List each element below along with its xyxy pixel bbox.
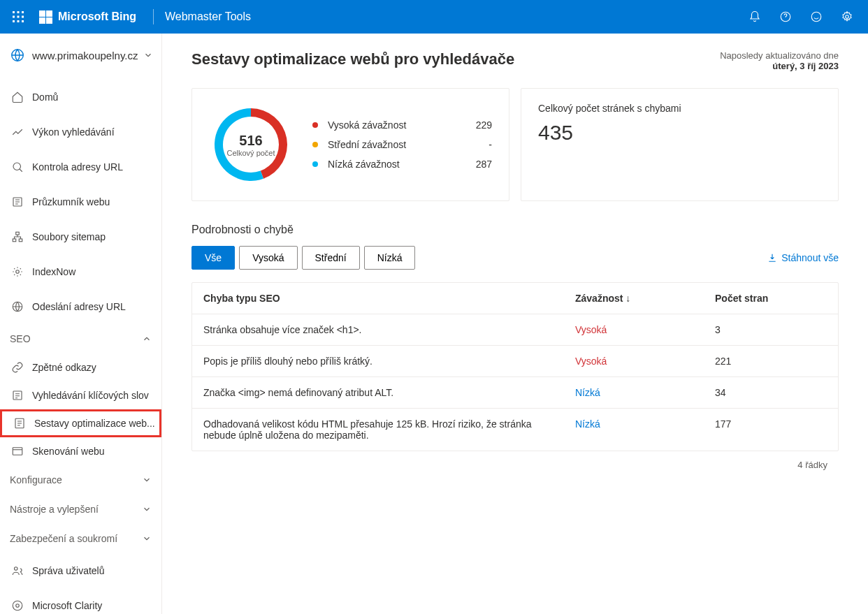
url-submit-icon xyxy=(10,300,25,313)
keyword-research-icon xyxy=(10,389,25,402)
nav-item-keyword-research[interactable]: Vyhledávání klíčových slov xyxy=(0,381,161,409)
svg-point-13 xyxy=(13,163,21,170)
site-picker[interactable]: www.primakoupelny.cz xyxy=(0,34,161,80)
table-row[interactable]: Stránka obsahuje více značek <h1>. Vysok… xyxy=(192,314,838,346)
svg-rect-22 xyxy=(13,448,22,455)
chevron-down-icon xyxy=(143,50,153,60)
table-row-count: 4 řádky xyxy=(191,451,839,478)
severity-donut-chart: 516 Celkový počet xyxy=(209,103,293,187)
summary-card: 516 Celkový počet Vysoká závažnost229 St… xyxy=(191,88,509,201)
divider xyxy=(153,9,154,24)
svg-point-25 xyxy=(16,604,20,608)
nav-item-seo-reports[interactable]: Sestavy optimalizace web... xyxy=(0,409,161,437)
legend-high: Vysoká závažnost229 xyxy=(312,115,492,135)
error-details-title: Podrobnosti o chybě xyxy=(191,224,839,236)
filter-Vysoká[interactable]: Vysoká xyxy=(239,246,297,270)
table-row[interactable]: Odhadovaná velikost kódu HTML přesahuje … xyxy=(192,409,838,451)
col-header-severity[interactable]: Závažnost ↓ xyxy=(575,293,715,304)
user-mgmt-icon xyxy=(10,564,25,577)
legend-medium: Střední závažnost- xyxy=(312,135,492,154)
nav-group-seo[interactable]: SEO xyxy=(0,324,161,353)
home-icon xyxy=(10,91,25,103)
pages-with-errors-count: 435 xyxy=(538,121,821,145)
url-inspect-icon xyxy=(10,161,25,173)
svg-rect-15 xyxy=(16,232,20,235)
top-bar: Microsoft Bing Webmaster Tools xyxy=(0,0,868,34)
nav-item-site-explorer[interactable]: Průzkumník webu xyxy=(0,184,161,219)
svg-rect-4 xyxy=(17,16,20,18)
help-icon[interactable] xyxy=(770,0,801,34)
nav-item-backlinks[interactable]: Zpětné odkazy xyxy=(0,353,161,381)
svg-rect-0 xyxy=(13,11,15,13)
svg-rect-6 xyxy=(13,20,15,22)
svg-rect-16 xyxy=(13,239,16,242)
brand-text: Microsoft Bing xyxy=(58,10,136,23)
nav-group-config[interactable]: Konfigurace xyxy=(0,465,161,495)
svg-point-24 xyxy=(13,601,22,611)
product-name[interactable]: Webmaster Tools xyxy=(165,10,251,23)
nav-item-search-perf[interactable]: Výkon vyhledávání xyxy=(0,115,161,149)
table-header: Chyba typu SEO Závažnost ↓ Počet stran xyxy=(192,283,838,314)
brand-logo[interactable]: Microsoft Bing xyxy=(34,10,142,24)
svg-rect-8 xyxy=(22,20,24,22)
table-row[interactable]: Značka <img> nemá definovaný atribut ALT… xyxy=(192,377,838,409)
nav-group-tools[interactable]: Nástroje a vylepšení xyxy=(0,495,161,524)
nav-item-home[interactable]: Domů xyxy=(0,80,161,115)
indexnow-icon xyxy=(10,265,25,278)
chevron-down-icon xyxy=(142,475,152,485)
nav-item-sitemaps[interactable]: Soubory sitemap xyxy=(0,219,161,254)
globe-icon xyxy=(10,47,25,63)
col-header-error[interactable]: Chyba typu SEO xyxy=(203,293,575,304)
clarity-icon xyxy=(10,599,25,612)
svg-rect-1 xyxy=(17,11,20,13)
nav-item-clarity[interactable]: Microsoft Clarity xyxy=(0,588,161,614)
severity-legend: Vysoká závažnost229 Střední závažnost- N… xyxy=(312,115,492,174)
filter-Střední[interactable]: Střední xyxy=(302,246,360,270)
nav-item-site-scan[interactable]: Skenování webu xyxy=(0,437,161,465)
backlinks-icon xyxy=(10,361,25,374)
app-launcher-icon[interactable] xyxy=(6,4,31,29)
main-content: Sestavy optimalizace webů pro vyhledávač… xyxy=(162,34,868,614)
site-scan-icon xyxy=(10,445,25,458)
seo-reports-icon xyxy=(12,417,27,430)
nav-item-indexnow[interactable]: IndexNow xyxy=(0,254,161,289)
pages-with-errors-card: Celkový počet stránek s chybami 435 xyxy=(521,88,839,201)
microsoft-logo-icon xyxy=(39,10,52,24)
page-title: Sestavy optimalizace webů pro vyhledávač… xyxy=(191,50,514,68)
sort-down-icon: ↓ xyxy=(625,293,630,304)
download-all-button[interactable]: Stáhnout vše xyxy=(767,252,839,263)
nav-group-security[interactable]: Zabezpečení a soukromí xyxy=(0,524,161,553)
chevron-down-icon xyxy=(142,534,152,543)
svg-rect-5 xyxy=(22,16,24,18)
sidebar: www.primakoupelny.cz Domů Výkon vyhledáv… xyxy=(0,34,162,614)
feedback-icon[interactable] xyxy=(801,0,832,34)
svg-rect-17 xyxy=(19,239,22,242)
download-icon xyxy=(767,253,777,263)
svg-point-11 xyxy=(846,15,849,19)
error-table: Chyba typu SEO Závažnost ↓ Počet stran S… xyxy=(191,282,839,451)
col-header-count[interactable]: Počet stran xyxy=(715,293,827,304)
total-errors: 516 xyxy=(239,133,262,149)
svg-point-18 xyxy=(16,270,20,274)
chevron-down-icon xyxy=(142,504,152,514)
legend-low: Nízká závažnost287 xyxy=(312,154,492,174)
search-perf-icon xyxy=(10,126,25,138)
nav-item-url-inspect[interactable]: Kontrola adresy URL xyxy=(0,149,161,184)
chevron-up-icon xyxy=(142,334,152,344)
filter-Vše[interactable]: Vše xyxy=(191,246,235,270)
dot-icon xyxy=(312,161,318,167)
nav-item-url-submit[interactable]: Odeslání adresy URL xyxy=(0,289,161,324)
last-updated: Naposledy aktualizováno dne úterý, 3 říj… xyxy=(720,50,839,71)
site-explorer-icon xyxy=(10,196,25,208)
notifications-icon[interactable] xyxy=(739,0,770,34)
severity-filter: VšeVysokáStředníNízká xyxy=(191,246,419,270)
settings-icon[interactable] xyxy=(832,0,862,34)
sitemaps-icon xyxy=(10,231,25,243)
site-name: www.primakoupelny.cz xyxy=(32,50,143,61)
table-row[interactable]: Popis je příliš dlouhý nebo příliš krátk… xyxy=(192,346,838,377)
filter-Nízká[interactable]: Nízká xyxy=(364,246,416,270)
svg-rect-3 xyxy=(13,16,15,18)
nav-item-user-mgmt[interactable]: Správa uživatelů xyxy=(0,553,161,588)
svg-rect-2 xyxy=(22,11,24,13)
svg-point-10 xyxy=(811,12,821,22)
